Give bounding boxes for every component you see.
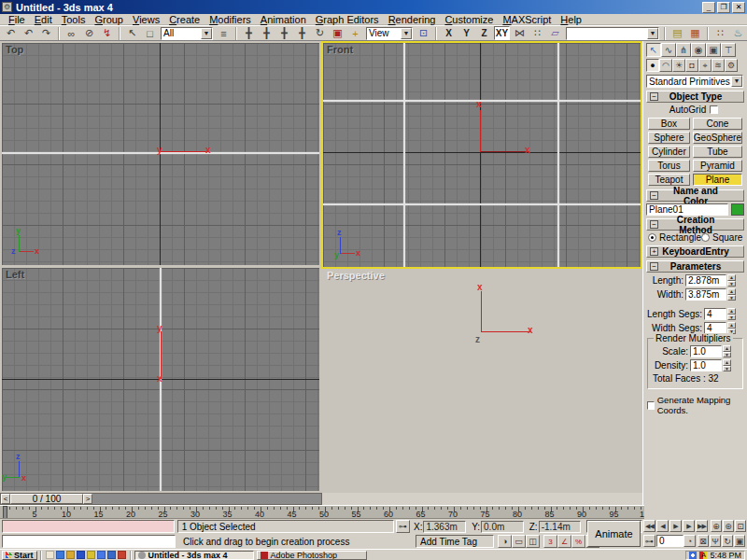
rollout-parameters[interactable]: − Parameters <box>646 260 744 273</box>
zoom-extents-button[interactable]: ⊡ <box>735 520 746 532</box>
creation-method-square[interactable]: Square <box>701 232 742 243</box>
primitive-button-geosphere[interactable]: GeoSphere <box>693 132 742 144</box>
primitive-button-tube[interactable]: Tube <box>693 146 742 158</box>
cat-shapes[interactable]: ◠ <box>659 59 672 72</box>
min-max-toggle-button[interactable]: ▣ <box>734 535 745 547</box>
transform-tool-3-icon[interactable]: ╋ <box>276 26 292 40</box>
chevron-down-icon[interactable]: ▼ <box>401 28 412 39</box>
radio-rectangle[interactable] <box>648 233 656 242</box>
plane-object-edge[interactable] <box>403 43 405 267</box>
task-button-photoshop[interactable]: Adobe Photoshop <box>257 551 367 560</box>
region-zoom-button[interactable]: ⊠ <box>698 535 709 547</box>
length-field[interactable]: 2.878m <box>685 274 726 287</box>
chevron-down-icon[interactable]: ▼ <box>201 28 212 39</box>
z-coordinate-field[interactable]: -1.14m <box>539 521 582 533</box>
select-and-move-icon[interactable]: ╋ <box>241 26 257 40</box>
undo-icon[interactable]: ↶ <box>21 26 36 40</box>
tray-network-icon[interactable] <box>689 552 697 559</box>
collapse-icon[interactable]: − <box>650 92 658 101</box>
percent-snap-icon[interactable]: % <box>571 535 585 548</box>
length-spinner[interactable]: ▲▼ <box>727 274 736 287</box>
select-and-scale-icon[interactable]: ▣ <box>330 26 345 40</box>
named-selection-dropdown[interactable]: ▼ <box>566 27 659 40</box>
menu-rendering[interactable]: Rendering <box>384 14 441 25</box>
quicklaunch-pen-icon[interactable] <box>87 551 95 559</box>
schematic-view-icon[interactable]: ▦ <box>687 26 703 40</box>
primitive-button-pyramid[interactable]: Pyramid <box>693 160 742 172</box>
menu-tools[interactable]: Tools <box>57 14 91 25</box>
transform-tool-4-icon[interactable]: ╋ <box>294 26 310 40</box>
arc-rotate-button[interactable]: ↻ <box>722 535 733 547</box>
snap-toggle-3d-icon[interactable]: 3 <box>543 535 557 548</box>
tray-language-icon[interactable]: A <box>699 552 707 559</box>
gizmo-y-axis[interactable] <box>480 110 481 152</box>
density-spinner[interactable]: ▲▼ <box>723 359 731 371</box>
length-segs-spinner[interactable]: ▲▼ <box>727 308 736 320</box>
object-color-swatch[interactable] <box>731 203 744 216</box>
chevron-down-icon[interactable]: ▼ <box>731 76 742 87</box>
track-view-icon[interactable]: ▤ <box>669 26 685 40</box>
generate-mapping-checkbox[interactable] <box>647 401 655 410</box>
go-to-end-button[interactable]: ▶▶ <box>696 520 708 532</box>
menu-help[interactable]: Help <box>556 14 586 25</box>
primitive-button-torus[interactable]: Torus <box>648 160 690 172</box>
creation-method-rectangle[interactable]: Rectangle <box>648 232 701 243</box>
restrict-x-button[interactable]: X <box>441 26 457 40</box>
plane-object-edge[interactable] <box>323 203 641 205</box>
expand-icon[interactable]: + <box>650 247 658 256</box>
viewport-top[interactable]: Top x y y x z <box>2 43 319 265</box>
maxscript-listener-line[interactable] <box>2 535 176 548</box>
plane-object-edge[interactable] <box>323 100 641 102</box>
degradation-override-icon[interactable]: ◫ <box>526 535 540 548</box>
viewport-perspective[interactable]: Perspective x x z <box>323 269 641 491</box>
track-bar[interactable]: 5101520253035404550556065707580859095100 <box>0 505 644 519</box>
next-frame-arrow[interactable]: > <box>83 494 92 504</box>
select-and-rotate-icon[interactable]: ↻ <box>312 26 328 40</box>
viewport-perspective-label[interactable]: Perspective <box>327 270 385 281</box>
primitive-button-sphere[interactable]: Sphere <box>648 132 690 144</box>
tab-display[interactable]: ▣ <box>706 43 721 57</box>
viewport-left[interactable]: Left y x z y x <box>2 268 319 491</box>
cat-space-warps[interactable]: ≋ <box>712 59 725 72</box>
rollout-object-type[interactable]: − Object Type <box>646 91 744 103</box>
minimize-button[interactable]: _ <box>702 2 715 13</box>
transform-tool-2-icon[interactable]: ╋ <box>259 26 275 40</box>
restrict-xy-button[interactable]: XY <box>494 26 510 40</box>
chevron-down-icon[interactable]: ▼ <box>647 28 658 39</box>
select-and-link-icon[interactable]: ∞ <box>63 26 79 40</box>
material-editor-icon[interactable]: ∷ <box>712 26 728 40</box>
quicklaunch-3dsmax-icon[interactable] <box>66 551 75 559</box>
primitive-button-plane[interactable]: Plane <box>693 174 742 186</box>
tab-utilities[interactable]: ⊤ <box>721 43 736 57</box>
cat-helpers[interactable]: ⌖ <box>698 59 712 72</box>
menu-create[interactable]: Create <box>164 14 204 25</box>
collapse-icon[interactable]: − <box>650 262 658 271</box>
autogrid-checkbox[interactable] <box>710 105 718 114</box>
tab-create[interactable]: ↖ <box>646 43 661 57</box>
cat-systems[interactable]: ⚙ <box>725 59 738 72</box>
use-pivot-center-icon[interactable]: ⊡ <box>416 26 431 40</box>
cat-geometry[interactable]: ● <box>646 59 659 72</box>
array-icon[interactable]: ∷ <box>529 26 545 40</box>
viewport-left-label[interactable]: Left <box>6 269 24 280</box>
maxscript-mini-listener[interactable] <box>2 520 175 533</box>
task-button-3dsmax[interactable]: Untitled - 3ds max 4 <box>134 551 254 560</box>
crossing-selection-toggle-icon[interactable]: ◑ <box>498 535 512 548</box>
zoom-button[interactable]: ⊕ <box>711 520 722 532</box>
menu-customize[interactable]: Customize <box>440 14 498 25</box>
tab-motion[interactable]: ◉ <box>691 43 706 57</box>
rollout-creation-method[interactable]: − Creation Method <box>646 218 744 231</box>
add-time-tag[interactable]: Add Time Tag <box>416 535 494 548</box>
gizmo-x-axis[interactable] <box>161 151 209 152</box>
primitive-button-cylinder[interactable]: Cylinder <box>648 146 690 158</box>
width-spinner[interactable]: ▲▼ <box>727 288 736 301</box>
tab-hierarchy[interactable]: ⋔ <box>676 43 691 57</box>
zoom-all-button[interactable]: ⊛ <box>723 520 734 532</box>
viewport-front-label[interactable]: Front <box>327 44 353 55</box>
select-object-icon[interactable]: ↖ <box>124 26 140 40</box>
go-to-start-button[interactable]: ◀◀ <box>643 520 655 532</box>
quicklaunch-desktop-icon[interactable] <box>46 551 54 559</box>
gizmo-x-axis[interactable] <box>481 331 531 332</box>
system-arrow-icon[interactable]: ↶ <box>3 26 19 40</box>
restore-button[interactable]: ❐ <box>717 2 730 13</box>
